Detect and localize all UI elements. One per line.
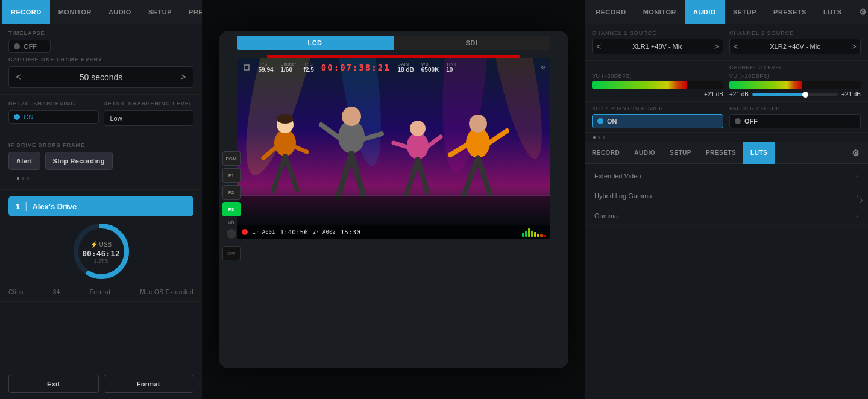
pgm-button[interactable]: PGM [222,151,241,166]
capture-next-btn[interactable]: > [174,66,193,88]
ch1-vu-col: VU (−20dBFS) +21 dB [592,73,723,98]
pad-toggle[interactable]: OFF [729,114,861,128]
tab-audio[interactable]: Audio [100,0,140,24]
luts-arrow-3: › [856,212,858,219]
ch1-vu-label: VU (−20dBFS) [592,73,723,79]
ch2-level-label: Channel 2 Level [729,64,861,71]
drive-info: Clips 34 Format Mac OS Extended [8,289,193,295]
detail-sharpening-dot [14,114,20,120]
right-panel-scroll-arrow[interactable]: › [855,189,868,211]
camera-screen: FPS 59.94 Shutter 1/60 IRIS f2.5 00:07:3… [237,58,550,239]
right-tab-presets[interactable]: Presets [765,0,815,24]
drive-time-hms: 00:46:12 [82,249,120,258]
luts-tab-presets[interactable]: Presets [699,142,743,164]
detail-level-col: Detail Sharpening Level Low [104,101,194,126]
center-camera: LCD SDI [202,0,585,399]
ch2-slider-track[interactable] [752,93,838,96]
left-tab-bar: Record Monitor Audio Setup Presets LUTs … [0,0,202,24]
ch1-db: +21 dB [592,91,723,98]
timelapse-toggle-dot [14,43,20,49]
detail-sharpening-label: ON [24,113,34,121]
right-tab-audio[interactable]: Audio [685,0,725,24]
ch2-vu-fill [729,81,802,89]
right-dot-2 [598,136,600,139]
timelapse-label: Timelapse OFF [8,30,51,53]
format-button[interactable]: Format [104,375,194,393]
svg-point-8 [274,130,296,156]
pad-state: OFF [744,118,758,125]
luts-tab-luts[interactable]: LUTs [743,142,775,164]
phantom-label: XLR 2 Phantom Power [592,105,723,112]
phantom-state: ON [607,118,617,125]
luts-tab-record[interactable]: Record [585,142,627,164]
detail-level-select[interactable]: Low [104,110,194,126]
jog-dial[interactable] [227,229,236,239]
ch2-slider-row: +21 dB +21 dB [729,91,861,98]
hud-time-b: 15:30 [341,228,360,236]
ch2-vu-col: Channel 2 Level VU (−20dBFS) +21 dB +21 … [729,64,861,98]
phantom-toggle[interactable]: ON [592,114,723,128]
hud-top: FPS 59.94 Shutter 1/60 IRIS f2.5 00:07:3… [242,62,546,73]
luts-item-hlg-label: Hybrid Log Gamma [594,192,652,200]
f3-button[interactable]: F3 [222,202,241,216]
stop-recording-button[interactable]: Stop Recording [45,152,113,170]
exit-button[interactable]: Exit [8,375,99,393]
luts-tab-audio[interactable]: Audio [627,142,662,164]
f1-button[interactable]: F1 [222,168,241,183]
right-dot-3 [603,136,605,139]
hud-settings-icon[interactable]: ⚙ [541,64,546,71]
drive-circle-wrap: ⚡ USB 00:46:12 1.2TB [8,221,193,284]
camera-body: LCD SDI [219,31,568,368]
channel1-selector[interactable]: < XLR1 +48V - Mic > [592,39,723,54]
ch1-prev-btn[interactable]: < [596,42,601,51]
right-tab-luts[interactable]: LUTs [815,0,851,24]
luts-settings-icon[interactable]: ⚙ [843,142,869,165]
lcd-sdi-row: LCD SDI [237,36,550,50]
audio-bar-6 [537,234,539,237]
ch2-next-btn[interactable]: > [852,42,857,51]
channel-sources: Channel 1 Source < XLR1 +48V - Mic > Cha… [585,24,868,61]
hud-tint: TINT 10 [446,62,457,73]
tab-setup[interactable]: Setup [140,0,180,24]
luts-tab-bar: Record Audio Setup Presets LUTs ⚙ [585,142,868,164]
ch1-vu-meter [592,81,723,89]
sdi-button[interactable]: SDI [394,36,550,50]
right-tab-setup[interactable]: Setup [725,0,765,24]
lcd-button[interactable]: LCD [237,36,394,50]
alert-button[interactable]: Alert [8,152,40,170]
ch2-vu-label: VU (−20dBFS) [729,73,861,79]
channel2-label: Channel 2 Source [729,30,861,36]
channel2-selector[interactable]: < XLR2 +48V - Mic > [729,39,861,54]
drive-separator: | [25,201,27,212]
right-panel: Record Monitor Audio Setup Presets LUTs … [585,0,868,399]
hud-wb: WB 6500K [421,62,439,73]
right-tab-monitor[interactable]: Monitor [635,0,685,24]
detail-sharpening-toggle[interactable]: ON [8,110,99,124]
luts-item-extended-label: Extended Video [594,172,641,180]
capture-prev-btn[interactable]: < [9,66,28,88]
ch1-next-btn[interactable]: > [714,42,719,51]
tab-record[interactable]: Record [2,0,50,24]
clips-label: Clips [8,289,24,295]
luts-item-gamma[interactable]: Gamma › [585,206,868,226]
capture-frame-label: Capture One Frame Every [8,57,193,63]
luts-item-hlg[interactable]: Hybrid Log Gamma › [585,186,868,206]
right-tab-record[interactable]: Record [587,0,635,24]
ch1-vu-fill [592,81,687,89]
right-settings-icon[interactable]: ⚙ [851,0,868,24]
ch2-slider-thumb[interactable] [802,92,808,98]
luts-tab-setup[interactable]: Setup [662,142,699,164]
bottom-buttons: Exit Format [0,369,202,399]
channel1-col: Channel 1 Source < XLR1 +48V - Mic > [592,30,723,54]
ch2-prev-btn[interactable]: < [734,42,738,51]
tab-monitor[interactable]: Monitor [50,0,100,24]
timelapse-toggle-label: OFF [24,43,37,50]
hud-bottom: 1· A001 1:40:56 2· A002 15:30 [237,225,550,239]
pad-toggle-dot [735,118,741,124]
luts-item-extended[interactable]: Extended Video › [585,166,868,186]
drive-card[interactable]: 1 | Alex's Drive [8,196,193,216]
dancer-silhouettes [237,58,550,239]
cam-side-buttons: PGM F1 F2 F3 ON OFF [222,151,241,260]
timelapse-toggle[interactable]: OFF [8,40,51,53]
f2-button[interactable]: F2 [222,185,241,200]
